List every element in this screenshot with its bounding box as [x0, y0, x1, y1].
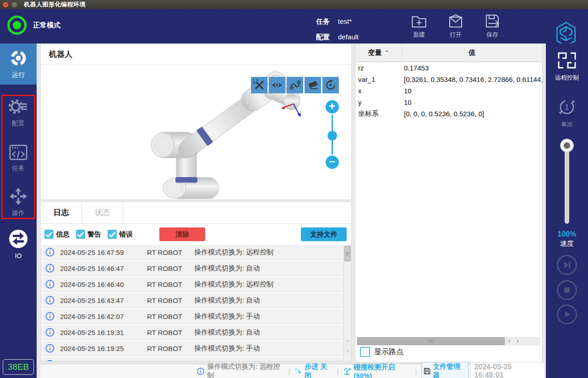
log-row[interactable]: 2024-05-25 16:47:59 RT ROBOT 操作模式切换为: 远程…	[41, 245, 344, 260]
filter-info-checkbox[interactable]: 信息	[44, 230, 70, 239]
variable-value: 10	[402, 87, 542, 95]
log-message: 操作模式切换为: 本地控制	[194, 360, 273, 362]
scroll-left-icon[interactable]: ‹	[505, 337, 513, 345]
left-sidebar: 运行 配置 任务	[0, 43, 37, 378]
window-titlebar: × – 机器人图形化编程环境	[0, 0, 588, 9]
filter-warning-checkbox[interactable]: 警告	[76, 230, 101, 239]
reset-view-button[interactable]	[322, 77, 339, 93]
save-button[interactable]: 保存	[476, 13, 508, 39]
sidebar-item-config[interactable]: 配置	[0, 97, 37, 128]
log-row[interactable]: 2024-05-25 16:19:25 RT ROBOT 操作模式切换为: 手动	[41, 341, 344, 356]
tools-button[interactable]	[251, 77, 267, 93]
step-icon	[294, 367, 302, 375]
speed-slider[interactable]	[565, 140, 569, 224]
speed-label: 速度	[546, 239, 588, 248]
log-row[interactable]: 2024-05-25 16:19:31 RT ROBOT 操作模式切换为: 自动	[41, 325, 344, 340]
variable-row[interactable]: 坐标系 [0, 0, 0, 0.5236, 0.5236, 0]	[355, 108, 542, 119]
collision-icon	[343, 367, 351, 375]
normal-mode-icon	[7, 16, 27, 35]
speed-slider-thumb[interactable]	[560, 139, 574, 152]
statusbar-file-manager[interactable]: 文件管理器	[421, 362, 468, 378]
info-icon	[45, 344, 54, 353]
header: 正常模式 任务 test* 配置 default 新建	[0, 9, 588, 43]
show-waypoints-checkbox[interactable]: 显示路点	[360, 347, 403, 357]
play-button[interactable]	[557, 304, 577, 324]
log-row[interactable]: 2024-05-25 16:46:47 RT ROBOT 操作模式切换为: 自动	[41, 261, 344, 276]
log-time: 2024-05-25 16:19:31	[60, 329, 133, 336]
column-variable[interactable]: 变量 ⌃	[355, 44, 402, 61]
window-close-button[interactable]: ×	[3, 2, 9, 8]
svg-text:1: 1	[565, 103, 569, 111]
scroll-up-icon[interactable]: ⌃	[344, 339, 351, 346]
io-swap-icon	[9, 229, 28, 248]
log-row[interactable]: 2024-05-25 16:43:47 RT ROBOT 操作模式切换为: 自动	[41, 293, 344, 308]
separator: |	[337, 367, 339, 375]
info-icon	[45, 312, 54, 321]
path-icon	[289, 79, 301, 91]
sidebar-item-operate[interactable]: 操作	[0, 187, 37, 217]
log-row[interactable]: 2024-05-25 16:42:07 RT ROBOT 操作模式切换为: 手动	[41, 309, 344, 324]
log-list: 2024-05-25 16:47:59 RT ROBOT 操作模式切换为: 远程…	[41, 245, 351, 361]
checkbox-checked-icon	[76, 230, 85, 239]
clear-log-button[interactable]: 清除	[159, 227, 205, 241]
log-scrollbar[interactable]: ⌃ ⌄	[343, 245, 351, 361]
task-value: test*	[338, 14, 352, 29]
open-file-icon	[447, 13, 464, 29]
step-forward-button[interactable]	[557, 255, 577, 275]
visibility-button[interactable]	[269, 77, 285, 93]
variable-row[interactable]: rz 0.17453	[355, 62, 542, 74]
log-row[interactable]: 2024-05-25 16:46:40 RT ROBOT 操作模式切换为: 远程…	[41, 277, 344, 292]
scroll-down-icon[interactable]: ⌄	[344, 346, 351, 354]
sidebar-item-task[interactable]: 任务	[0, 144, 37, 173]
tab-status[interactable]: 状态	[82, 202, 123, 223]
log-message: 操作模式切换为: 远程控制	[194, 280, 273, 289]
log-time: 2024-05-25 16:17:15	[60, 361, 133, 362]
support-files-button[interactable]: 支持文件	[301, 227, 347, 241]
sidebar-item-io[interactable]: IO	[0, 229, 37, 259]
eraser-icon	[307, 79, 319, 91]
log-source: RT ROBOT	[147, 361, 191, 362]
log-source: RT ROBOT	[147, 281, 191, 288]
variables-hscrollbar[interactable]: ‹ ›	[357, 337, 540, 346]
tab-log[interactable]: 日志	[41, 202, 82, 223]
window-minimize-button[interactable]: –	[11, 2, 17, 8]
hscrollbar-thumb[interactable]	[357, 337, 505, 345]
stop-button[interactable]	[557, 280, 577, 300]
info-icon	[45, 296, 54, 305]
robot-3d-view[interactable]: + −	[41, 65, 351, 200]
filter-error-checkbox[interactable]: 错误	[108, 230, 133, 239]
robot-panel: 机器人	[40, 43, 352, 200]
log-source: RT ROBOT	[147, 345, 191, 352]
variable-row[interactable]: var_1 [0.3261, 0.35348, 0.73416, 2.72866…	[355, 74, 542, 85]
zoom-in-button[interactable]: +	[326, 100, 339, 113]
open-button[interactable]: 打开	[440, 13, 472, 39]
sidebar-item-run[interactable]: 运行	[0, 43, 37, 85]
info-icon	[45, 328, 54, 337]
sort-asc-icon: ⌃	[384, 49, 389, 56]
task-config-info: 任务 test* 配置 default	[316, 14, 359, 45]
info-icon	[197, 367, 204, 375]
mode-indicator: 正常模式	[7, 16, 60, 35]
zoom-controls: + −	[325, 100, 339, 169]
statusbar-step-toggle[interactable]: 步进 关闭	[294, 362, 333, 378]
log-scrollbar-thumb[interactable]	[344, 246, 351, 261]
zoom-slider-thumb[interactable]	[327, 131, 337, 140]
path-button[interactable]	[287, 77, 303, 93]
statusbar: 操作模式切换为: 远程控制 | 步进 关闭 | 碰撞检测开启(50%) |	[40, 364, 545, 378]
zoom-slider-track[interactable]	[332, 114, 333, 155]
variable-name: y	[355, 98, 402, 106]
variable-row[interactable]: y 10	[355, 97, 542, 108]
eraser-button[interactable]	[305, 77, 321, 93]
scroll-right-icon[interactable]: ›	[513, 337, 522, 345]
single-run-button[interactable]: 1 单次	[546, 97, 588, 129]
log-source: RT ROBOT	[147, 329, 191, 336]
new-button[interactable]: 新建	[403, 13, 435, 39]
variable-row[interactable]: x 10	[355, 85, 542, 97]
log-row[interactable]: 2024-05-25 16:17:15 RT ROBOT 操作模式切换为: 本地…	[41, 357, 344, 361]
statusbar-collision-toggle[interactable]: 碰撞检测开启(50%)	[343, 363, 411, 378]
remote-control-button[interactable]: 远程控制	[546, 51, 588, 82]
log-message: 操作模式切换为: 手动	[194, 344, 260, 353]
separator: |	[415, 367, 417, 375]
statusbar-clock: 2024-05-25 16:48:01	[470, 362, 545, 378]
zoom-out-button[interactable]: −	[326, 156, 339, 169]
